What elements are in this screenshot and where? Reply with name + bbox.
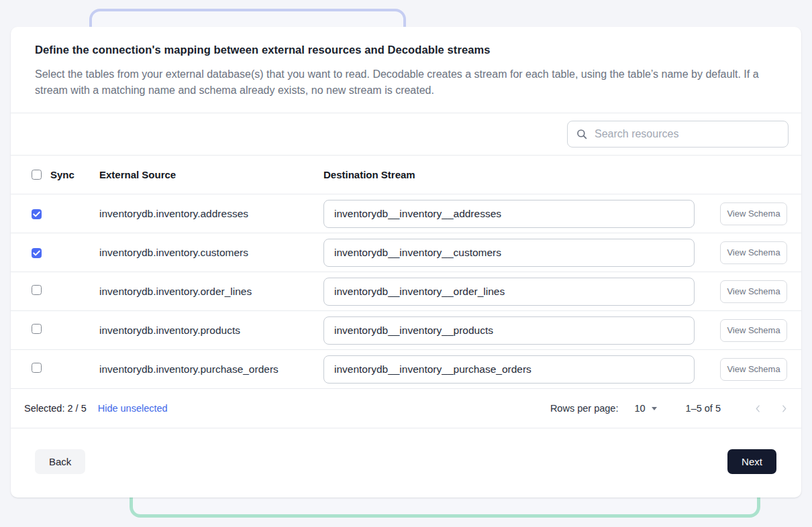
destination-cell	[323, 316, 720, 345]
sync-cell	[32, 324, 99, 337]
rows-per-page-select[interactable]: 10	[634, 403, 656, 414]
row-checkbox[interactable]	[32, 285, 42, 295]
sync-cell	[32, 363, 99, 375]
table-row: inventorydb.inventory.products View Sche…	[11, 311, 801, 350]
view-schema-button[interactable]: View Schema	[720, 358, 787, 381]
toolbar	[11, 113, 801, 155]
destination-cell	[323, 200, 720, 228]
external-source-column-header: External Source	[99, 169, 323, 180]
rows-per-page-label: Rows per page:	[550, 403, 619, 414]
next-button[interactable]: Next	[727, 449, 776, 474]
destination-cell	[323, 239, 720, 267]
previous-page-button[interactable]	[750, 400, 766, 416]
pager	[740, 400, 792, 416]
next-page-button[interactable]	[776, 400, 792, 416]
destination-stream-input[interactable]	[323, 200, 695, 228]
page-title: Define the connection's mapping between …	[35, 44, 768, 56]
row-checkbox[interactable]	[32, 363, 42, 373]
select-all-checkbox[interactable]	[32, 170, 42, 180]
destination-stream-input[interactable]	[323, 355, 695, 384]
destination-cell	[323, 355, 720, 384]
destination-stream-input[interactable]	[323, 239, 695, 267]
chevron-left-icon	[753, 404, 763, 414]
destination-stream-input[interactable]	[323, 316, 695, 345]
destination-stream-column-header: Destination Stream	[323, 169, 720, 180]
page-range-label: 1–5 of 5	[686, 403, 721, 414]
destination-stream-input[interactable]	[323, 278, 695, 306]
external-source-label: inventorydb.inventory.customers	[99, 247, 323, 259]
external-source-label: inventorydb.inventory.purchase_orders	[99, 363, 323, 375]
external-source-label: inventorydb.inventory.addresses	[99, 208, 323, 220]
page-description: Select the tables from your external dat…	[35, 66, 768, 113]
row-checkbox[interactable]	[32, 209, 42, 219]
rows-per-page-value: 10	[634, 403, 645, 414]
sync-cell	[32, 285, 99, 298]
search-box[interactable]	[567, 121, 789, 148]
panel-header: Define the connection's mapping between …	[11, 27, 801, 113]
hide-unselected-link[interactable]: Hide unselected	[98, 403, 168, 414]
table-row: inventorydb.inventory.purchase_orders Vi…	[11, 350, 801, 389]
table-row: inventorydb.inventory.addresses View Sch…	[11, 194, 801, 233]
sync-header-cell: Sync	[32, 169, 99, 180]
search-icon	[576, 128, 588, 140]
view-schema-button[interactable]: View Schema	[720, 241, 787, 264]
resource-mapping-panel: Define the connection's mapping between …	[11, 27, 801, 497]
view-schema-button[interactable]: View Schema	[720, 202, 787, 225]
page-background: { "panel": { "title": "Define the connec…	[0, 0, 812, 527]
pagination-controls: Rows per page: 10 1–5 of 5	[550, 400, 792, 416]
chevron-right-icon	[779, 404, 789, 414]
check-icon	[33, 211, 40, 217]
sync-column-header: Sync	[50, 169, 74, 180]
view-schema-button[interactable]: View Schema	[720, 280, 787, 303]
row-checkbox[interactable]	[32, 324, 42, 334]
external-source-label: inventorydb.inventory.products	[99, 325, 323, 337]
back-button[interactable]: Back	[35, 449, 85, 474]
sync-cell	[32, 208, 99, 220]
external-source-label: inventorydb.inventory.order_lines	[99, 286, 323, 298]
destination-cell	[323, 278, 720, 306]
view-schema-button[interactable]: View Schema	[720, 319, 787, 342]
search-input[interactable]	[595, 128, 780, 140]
check-icon	[33, 250, 40, 256]
table-header-row: Sync External Source Destination Stream	[11, 156, 801, 194]
selected-count-label: Selected: 2 / 5	[24, 403, 87, 414]
table-row: inventorydb.inventory.order_lines View S…	[11, 272, 801, 311]
row-checkbox[interactable]	[32, 248, 42, 258]
chevron-down-icon	[652, 407, 657, 410]
table-row: inventorydb.inventory.customers View Sch…	[11, 233, 801, 272]
table-body: inventorydb.inventory.addresses View Sch…	[11, 194, 801, 389]
pagination-bar: Selected: 2 / 5 Hide unselected Rows per…	[11, 389, 801, 428]
sync-cell	[32, 247, 99, 259]
action-bar: Back Next	[11, 428, 801, 490]
